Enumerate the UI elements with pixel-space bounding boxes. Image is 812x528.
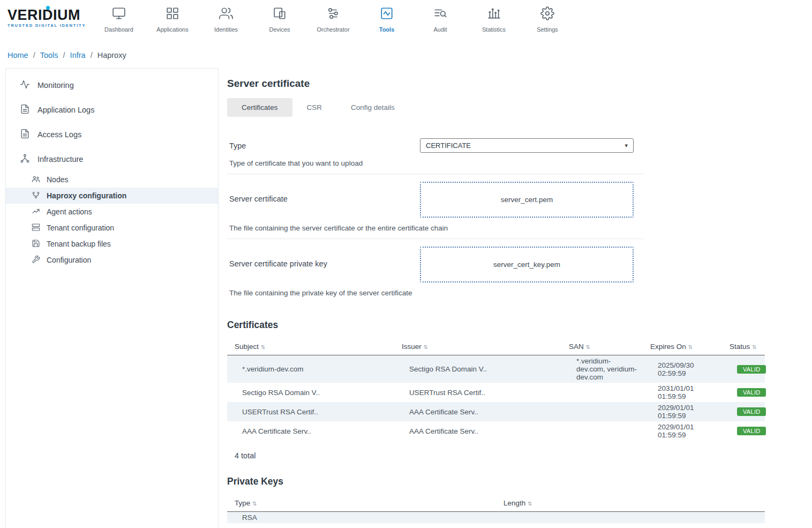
identities-icon bbox=[219, 6, 233, 23]
col-san[interactable]: SAN⇅ bbox=[561, 338, 643, 355]
breadcrumb-home[interactable]: Home bbox=[7, 51, 28, 60]
table-row[interactable]: RSA bbox=[227, 512, 765, 524]
nav-item-statistics[interactable]: Statistics bbox=[467, 4, 521, 33]
private-key-filename: server_cert_key.pem bbox=[493, 261, 560, 269]
sort-icon: ⇅ bbox=[424, 344, 428, 350]
cell-san bbox=[561, 383, 643, 402]
cell-issuer: AAA Certificate Serv.. bbox=[394, 421, 561, 441]
col-subject[interactable]: Subject⇅ bbox=[227, 338, 394, 355]
main-panel: Server certificate Certificates CSR Conf… bbox=[219, 68, 812, 528]
sort-icon: ⇅ bbox=[252, 501, 257, 507]
cell-expires: 2031/01/01 01:59:59 bbox=[643, 383, 722, 402]
form-row-server-certificate: Server certificate server_cert.pem The f… bbox=[227, 174, 643, 239]
sort-icon: ⇅ bbox=[688, 344, 693, 350]
tab-config-details[interactable]: Config details bbox=[336, 98, 409, 117]
private-keys-header-row: Type⇅ Length⇅ bbox=[227, 495, 765, 512]
server-certificate-dropzone[interactable]: server_cert.pem bbox=[420, 182, 634, 218]
audit-icon bbox=[433, 6, 447, 23]
sidebar-item-tenant-backup-files[interactable]: Tenant backup files bbox=[6, 236, 218, 252]
status-badge: VALID bbox=[737, 407, 766, 416]
table-row[interactable]: USERTrust RSA Certif.. AAA Certificate S… bbox=[227, 402, 765, 421]
status-badge: VALID bbox=[737, 388, 766, 397]
sidebar-item-haproxy-configuration[interactable]: Haproxy configuration bbox=[6, 188, 218, 204]
cell-subject: *.veridium-dev.com bbox=[227, 355, 394, 383]
cell-issuer: USERTrust RSA Certif.. bbox=[394, 383, 561, 402]
cell-issuer: AAA Certificate Serv.. bbox=[394, 402, 561, 421]
col-issuer[interactable]: Issuer⇅ bbox=[394, 338, 561, 355]
cell-san: *.veridium-dev.com, veridium-dev.com bbox=[561, 355, 643, 383]
col-status[interactable]: Status⇅ bbox=[722, 338, 765, 355]
nav-item-orchestrator[interactable]: Orchestrator bbox=[306, 4, 360, 33]
breadcrumb: Home / Tools / Infra / Haproxy bbox=[0, 42, 812, 68]
nav-item-settings[interactable]: Settings bbox=[521, 4, 574, 33]
breadcrumb-infra[interactable]: Infra bbox=[70, 51, 86, 60]
brand-name: VERIDIUM bbox=[7, 8, 92, 23]
cell-subject: AAA Certificate Serv.. bbox=[227, 421, 394, 441]
nav-item-devices[interactable]: Devices bbox=[253, 4, 306, 33]
tab-certificates[interactable]: Certificates bbox=[227, 98, 292, 117]
table-row[interactable]: *.veridium-dev.com Sectigo RSA Domain V.… bbox=[227, 355, 765, 383]
private-keys-section-title: Private Keys bbox=[227, 476, 801, 487]
cell-subject: USERTrust RSA Certif.. bbox=[227, 402, 394, 421]
sidebar: Monitoring Application Logs Access Logs … bbox=[5, 68, 219, 528]
private-key-dropzone[interactable]: server_cert_key.pem bbox=[420, 247, 634, 282]
cell-expires: 2029/01/01 01:59:59 bbox=[643, 402, 722, 421]
table-row[interactable]: AAA Certificate Serv.. AAA Certificate S… bbox=[227, 421, 765, 441]
content-area: Monitoring Application Logs Access Logs … bbox=[0, 68, 812, 528]
private-keys-table: Type⇅ Length⇅ RSA 1 total bbox=[227, 495, 765, 528]
sidebar-item-application-logs[interactable]: Application Logs bbox=[6, 98, 218, 122]
server-icon bbox=[32, 223, 47, 233]
nav-item-tools[interactable]: Tools bbox=[360, 4, 413, 33]
certificate-form: Type CERTIFICATE ▾ Type of certificate t… bbox=[227, 131, 643, 303]
tab-csr[interactable]: CSR bbox=[292, 98, 337, 117]
nav-item-applications[interactable]: Applications bbox=[146, 4, 199, 33]
status-badge: VALID bbox=[737, 427, 766, 435]
dashboard-icon bbox=[112, 6, 126, 23]
col-length[interactable]: Length⇅ bbox=[496, 495, 765, 512]
top-nav: VERIDIUM TRUSTED DIGITAL IDENTITY Dashbo… bbox=[0, 0, 812, 42]
breadcrumb-tools[interactable]: Tools bbox=[40, 51, 58, 60]
table-row[interactable]: Sectigo RSA Domain V.. USERTrust RSA Cer… bbox=[227, 383, 765, 402]
pulse-icon bbox=[20, 79, 37, 91]
orchestrator-icon bbox=[326, 6, 340, 23]
applications-icon bbox=[166, 6, 179, 23]
document-icon bbox=[20, 104, 37, 116]
settings-icon bbox=[540, 6, 554, 23]
sidebar-item-agent-actions[interactable]: Agent actions bbox=[6, 204, 218, 220]
sidebar-item-nodes[interactable]: Nodes bbox=[6, 172, 218, 188]
cell-expires: 2025/09/30 02:59:59 bbox=[643, 355, 722, 383]
chevron-down-icon: ▾ bbox=[625, 142, 628, 149]
breadcrumb-separator: / bbox=[33, 51, 35, 60]
server-certificate-label: Server certificate bbox=[229, 182, 420, 203]
form-row-type: Type CERTIFICATE ▾ Type of certificate t… bbox=[227, 131, 643, 174]
form-row-private-key: Server certificate private key server_ce… bbox=[227, 239, 643, 303]
sidebar-item-infrastructure[interactable]: Infrastructure bbox=[6, 147, 218, 172]
nav-item-dashboard[interactable]: Dashboard bbox=[92, 4, 146, 33]
sidebar-item-monitoring[interactable]: Monitoring bbox=[6, 73, 218, 98]
nodes-icon bbox=[32, 175, 47, 185]
col-expires-on[interactable]: Expires On⇅ bbox=[643, 338, 722, 355]
nav-item-audit[interactable]: Audit bbox=[413, 4, 467, 33]
sidebar-item-access-logs[interactable]: Access Logs bbox=[6, 122, 218, 147]
page-title: Server certificate bbox=[227, 78, 801, 90]
sidebar-item-tenant-configuration[interactable]: Tenant configuration bbox=[6, 220, 218, 236]
brand-logo[interactable]: VERIDIUM TRUSTED DIGITAL IDENTITY bbox=[0, 4, 92, 28]
devices-icon bbox=[273, 6, 287, 23]
cell-issuer: Sectigo RSA Domain V.. bbox=[394, 355, 561, 383]
sort-icon: ⇅ bbox=[528, 501, 532, 507]
sort-icon: ⇅ bbox=[586, 344, 590, 350]
certificate-type-select[interactable]: CERTIFICATE ▾ bbox=[420, 138, 634, 153]
server-certificate-help-text: The file containing the server certifica… bbox=[229, 224, 643, 232]
cell-expires: 2029/01/01 01:59:59 bbox=[643, 421, 722, 441]
server-certificate-filename: server_cert.pem bbox=[501, 196, 553, 204]
col-type[interactable]: Type⇅ bbox=[227, 495, 496, 512]
wrench-icon bbox=[32, 255, 47, 265]
sort-icon: ⇅ bbox=[752, 344, 756, 350]
cell-status: VALID bbox=[722, 421, 765, 441]
cell-san bbox=[561, 402, 643, 421]
status-badge: VALID bbox=[737, 365, 766, 374]
sidebar-item-configuration[interactable]: Configuration bbox=[6, 252, 218, 268]
nav-item-identities[interactable]: Identities bbox=[199, 4, 253, 33]
cell-status: VALID bbox=[722, 355, 765, 383]
type-label: Type bbox=[229, 142, 420, 150]
